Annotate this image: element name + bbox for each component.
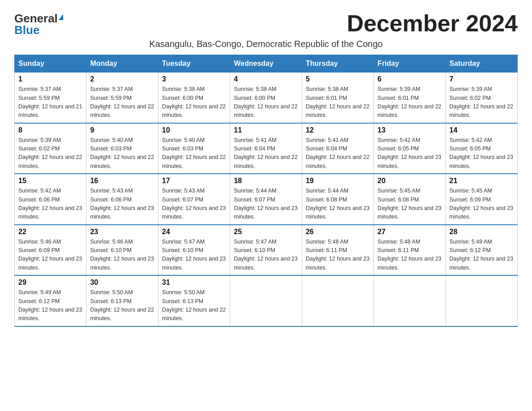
calendar-cell: 21 Sunrise: 5:45 AMSunset: 6:09 PMDaylig… — [446, 174, 517, 225]
day-number: 30 — [90, 278, 154, 287]
logo-general: General — [14, 13, 58, 24]
calendar-cell: 2 Sunrise: 5:37 AMSunset: 5:59 PMDayligh… — [86, 73, 158, 123]
day-number: 27 — [378, 228, 442, 236]
logo-blue: Blue — [14, 24, 39, 36]
day-number: 15 — [18, 177, 82, 185]
calendar-cell: 27 Sunrise: 5:48 AMSunset: 6:11 PMDaylig… — [374, 225, 446, 276]
day-info: Sunrise: 5:42 AMSunset: 6:06 PMDaylight:… — [18, 188, 82, 220]
day-number: 25 — [234, 228, 298, 236]
day-number: 8 — [18, 126, 82, 134]
calendar-cell: 8 Sunrise: 5:39 AMSunset: 6:02 PMDayligh… — [15, 123, 86, 174]
day-number: 6 — [378, 75, 442, 83]
calendar-header-row: SundayMondayTuesdayWednesdayThursdayFrid… — [15, 55, 518, 73]
day-info: Sunrise: 5:44 AMSunset: 6:07 PMDaylight:… — [234, 188, 297, 220]
day-number: 13 — [378, 126, 442, 134]
calendar-cell: 23 Sunrise: 5:46 AMSunset: 6:10 PMDaylig… — [86, 225, 158, 276]
calendar-cell: 28 Sunrise: 5:49 AMSunset: 6:12 PMDaylig… — [446, 225, 517, 276]
day-info: Sunrise: 5:44 AMSunset: 6:08 PMDaylight:… — [306, 188, 369, 220]
day-number: 14 — [450, 126, 514, 134]
header-friday: Friday — [374, 55, 446, 73]
day-number: 12 — [306, 126, 370, 134]
week-row-2: 8 Sunrise: 5:39 AMSunset: 6:02 PMDayligh… — [15, 123, 518, 174]
calendar-cell: 30 Sunrise: 5:50 AMSunset: 6:13 PMDaylig… — [86, 275, 158, 326]
calendar-cell: 7 Sunrise: 5:39 AMSunset: 6:02 PMDayligh… — [446, 73, 517, 123]
week-row-1: 1 Sunrise: 5:37 AMSunset: 5:59 PMDayligh… — [15, 73, 518, 123]
calendar-cell: 11 Sunrise: 5:41 AMSunset: 6:04 PMDaylig… — [230, 123, 302, 174]
day-info: Sunrise: 5:47 AMSunset: 6:10 PMDaylight:… — [162, 239, 226, 271]
day-info: Sunrise: 5:37 AMSunset: 5:59 PMDaylight:… — [90, 86, 154, 118]
day-number: 2 — [90, 75, 154, 83]
calendar-cell: 18 Sunrise: 5:44 AMSunset: 6:07 PMDaylig… — [230, 174, 302, 225]
day-info: Sunrise: 5:40 AMSunset: 6:03 PMDaylight:… — [162, 137, 226, 169]
day-number: 24 — [162, 228, 226, 236]
calendar-cell: 26 Sunrise: 5:48 AMSunset: 6:11 PMDaylig… — [302, 225, 373, 276]
page-header: General Blue December 2024 — [14, 11, 518, 36]
calendar-cell: 16 Sunrise: 5:43 AMSunset: 6:06 PMDaylig… — [86, 174, 158, 225]
day-number: 20 — [378, 177, 442, 185]
header-thursday: Thursday — [302, 55, 373, 73]
calendar-cell: 9 Sunrise: 5:40 AMSunset: 6:03 PMDayligh… — [86, 123, 158, 174]
header-monday: Monday — [86, 55, 158, 73]
month-title: December 2024 — [347, 11, 518, 36]
day-info: Sunrise: 5:41 AMSunset: 6:04 PMDaylight:… — [306, 137, 369, 169]
week-row-4: 22 Sunrise: 5:46 AMSunset: 6:09 PMDaylig… — [15, 225, 518, 276]
day-info: Sunrise: 5:48 AMSunset: 6:11 PMDaylight:… — [378, 239, 441, 271]
day-number: 31 — [162, 278, 226, 287]
calendar-cell: 6 Sunrise: 5:39 AMSunset: 6:01 PMDayligh… — [374, 73, 446, 123]
header-wednesday: Wednesday — [230, 55, 302, 73]
day-info: Sunrise: 5:49 AMSunset: 6:12 PMDaylight:… — [18, 289, 82, 321]
day-info: Sunrise: 5:43 AMSunset: 6:07 PMDaylight:… — [162, 188, 226, 220]
day-number: 19 — [306, 177, 370, 185]
day-info: Sunrise: 5:48 AMSunset: 6:11 PMDaylight:… — [306, 239, 369, 271]
calendar-cell — [374, 275, 446, 326]
day-info: Sunrise: 5:39 AMSunset: 6:01 PMDaylight:… — [378, 86, 441, 118]
day-number: 1 — [18, 75, 82, 83]
calendar-table: SundayMondayTuesdayWednesdayThursdayFrid… — [14, 55, 518, 327]
day-number: 16 — [90, 177, 154, 185]
calendar-cell: 14 Sunrise: 5:42 AMSunset: 6:05 PMDaylig… — [446, 123, 517, 174]
calendar-cell: 10 Sunrise: 5:40 AMSunset: 6:03 PMDaylig… — [158, 123, 230, 174]
calendar-cell: 4 Sunrise: 5:38 AMSunset: 6:00 PMDayligh… — [230, 73, 302, 123]
day-info: Sunrise: 5:45 AMSunset: 6:08 PMDaylight:… — [378, 188, 441, 220]
day-info: Sunrise: 5:38 AMSunset: 6:00 PMDaylight:… — [234, 86, 297, 118]
day-info: Sunrise: 5:40 AMSunset: 6:03 PMDaylight:… — [90, 137, 154, 169]
calendar-cell: 17 Sunrise: 5:43 AMSunset: 6:07 PMDaylig… — [158, 174, 230, 225]
calendar-cell — [302, 275, 373, 326]
calendar-cell: 31 Sunrise: 5:50 AMSunset: 6:13 PMDaylig… — [158, 275, 230, 326]
calendar-cell: 12 Sunrise: 5:41 AMSunset: 6:04 PMDaylig… — [302, 123, 373, 174]
calendar-cell: 15 Sunrise: 5:42 AMSunset: 6:06 PMDaylig… — [15, 174, 86, 225]
week-row-5: 29 Sunrise: 5:49 AMSunset: 6:12 PMDaylig… — [15, 275, 518, 326]
calendar-cell — [446, 275, 517, 326]
day-info: Sunrise: 5:39 AMSunset: 6:02 PMDaylight:… — [450, 86, 513, 118]
day-number: 5 — [306, 75, 370, 83]
day-info: Sunrise: 5:50 AMSunset: 6:13 PMDaylight:… — [162, 289, 226, 321]
calendar-cell: 13 Sunrise: 5:42 AMSunset: 6:05 PMDaylig… — [374, 123, 446, 174]
calendar-subtitle: Kasangulu, Bas-Congo, Democratic Republi… — [14, 39, 518, 49]
header-saturday: Saturday — [446, 55, 517, 73]
header-sunday: Sunday — [15, 55, 86, 73]
day-info: Sunrise: 5:45 AMSunset: 6:09 PMDaylight:… — [450, 188, 513, 220]
calendar-cell: 3 Sunrise: 5:38 AMSunset: 6:00 PMDayligh… — [158, 73, 230, 123]
day-info: Sunrise: 5:38 AMSunset: 6:00 PMDaylight:… — [162, 86, 226, 118]
calendar-cell: 1 Sunrise: 5:37 AMSunset: 5:59 PMDayligh… — [15, 73, 86, 123]
day-info: Sunrise: 5:41 AMSunset: 6:04 PMDaylight:… — [234, 137, 297, 169]
logo-triangle-icon — [59, 14, 63, 20]
day-number: 4 — [234, 75, 298, 83]
day-info: Sunrise: 5:46 AMSunset: 6:10 PMDaylight:… — [90, 239, 154, 271]
day-info: Sunrise: 5:42 AMSunset: 6:05 PMDaylight:… — [450, 137, 513, 169]
logo: General Blue — [14, 13, 63, 36]
day-info: Sunrise: 5:50 AMSunset: 6:13 PMDaylight:… — [90, 289, 154, 321]
day-info: Sunrise: 5:42 AMSunset: 6:05 PMDaylight:… — [378, 137, 441, 169]
day-info: Sunrise: 5:37 AMSunset: 5:59 PMDaylight:… — [18, 86, 82, 118]
day-number: 28 — [450, 228, 514, 236]
calendar-cell: 29 Sunrise: 5:49 AMSunset: 6:12 PMDaylig… — [15, 275, 86, 326]
calendar-cell: 20 Sunrise: 5:45 AMSunset: 6:08 PMDaylig… — [374, 174, 446, 225]
day-info: Sunrise: 5:47 AMSunset: 6:10 PMDaylight:… — [234, 239, 297, 271]
day-info: Sunrise: 5:38 AMSunset: 6:01 PMDaylight:… — [306, 86, 369, 118]
day-info: Sunrise: 5:49 AMSunset: 6:12 PMDaylight:… — [450, 239, 513, 271]
day-info: Sunrise: 5:43 AMSunset: 6:06 PMDaylight:… — [90, 188, 154, 220]
calendar-cell: 24 Sunrise: 5:47 AMSunset: 6:10 PMDaylig… — [158, 225, 230, 276]
calendar-cell: 22 Sunrise: 5:46 AMSunset: 6:09 PMDaylig… — [15, 225, 86, 276]
day-number: 18 — [234, 177, 298, 185]
day-info: Sunrise: 5:39 AMSunset: 6:02 PMDaylight:… — [18, 137, 82, 169]
